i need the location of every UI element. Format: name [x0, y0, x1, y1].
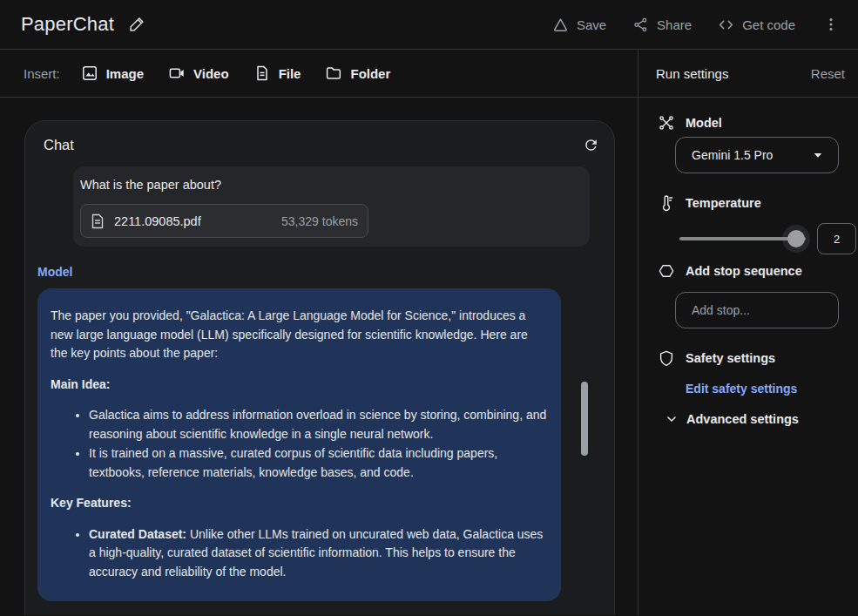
- safety-setting-row: Safety settings: [658, 348, 839, 369]
- run-settings-header: Run settings Reset: [638, 50, 858, 98]
- stop-sequence-setting-label: Add stop sequence: [686, 264, 802, 278]
- model-setting-row: Model: [658, 112, 839, 133]
- response-heading-key-features: Key Features:: [51, 494, 547, 513]
- temperature-slider-thumb[interactable]: [787, 230, 805, 247]
- insert-image-button[interactable]: Image: [81, 64, 144, 82]
- file-icon: [253, 64, 271, 82]
- run-settings-panel: Run settings Reset Model Gemini 1.5 Pro: [638, 50, 858, 615]
- document-icon: [91, 213, 105, 229]
- thermometer-icon: [658, 194, 675, 212]
- stop-sequence-input[interactable]: [675, 292, 839, 328]
- model-response: The paper you provided, "Galactica: A La…: [37, 288, 561, 601]
- chevron-down-icon: [664, 411, 679, 427]
- temperature-setting-row: Temperature: [658, 193, 839, 213]
- insert-file-button[interactable]: File: [253, 64, 301, 82]
- insert-video-button[interactable]: Video: [168, 64, 229, 82]
- attachment-chip[interactable]: 2211.09085.pdf 53,329 tokens: [80, 204, 368, 238]
- temperature-slider-row: 2: [679, 223, 856, 254]
- top-header: PaperChat Save Share: [0, 0, 858, 50]
- run-settings-content: Model Gemini 1.5 Pro Temperature: [638, 98, 858, 430]
- insert-folder-button[interactable]: Folder: [325, 64, 390, 82]
- model-turn-label: Model: [37, 265, 614, 279]
- model-select-value: Gemini 1.5 Pro: [692, 148, 773, 162]
- response-bullet-list: Galactica aims to address information ov…: [51, 406, 547, 482]
- refresh-icon[interactable]: [581, 135, 601, 155]
- model-icon: [658, 114, 675, 132]
- response-heading-main-idea: Main Idea:: [51, 376, 547, 395]
- response-bullet-list: Curated Dataset: Unlike other LLMs train…: [51, 525, 547, 582]
- main-column: Insert: Image Video: [0, 50, 638, 615]
- stop-sequence-setting-row: Add stop sequence: [658, 261, 839, 281]
- safety-setting-label: Safety settings: [686, 351, 775, 365]
- folder-icon: [325, 64, 342, 82]
- model-select[interactable]: Gemini 1.5 Pro: [675, 137, 839, 173]
- kebab-menu-icon[interactable]: [818, 13, 844, 36]
- advanced-settings-toggle[interactable]: Advanced settings: [664, 409, 839, 430]
- stop-hexagon-icon: [658, 262, 675, 280]
- header-actions: Save Share Get code: [552, 13, 844, 36]
- advanced-settings-label: Advanced settings: [686, 412, 799, 426]
- share-button[interactable]: Share: [632, 17, 692, 33]
- model-setting-label: Model: [686, 116, 722, 130]
- temperature-setting-label: Temperature: [686, 196, 761, 210]
- insert-toolbar: Insert: Image Video: [0, 50, 638, 98]
- temperature-value-input[interactable]: 2: [817, 223, 856, 254]
- chat-area: Chat What is the paper about?: [0, 98, 638, 615]
- edit-pencil-icon[interactable]: [128, 16, 145, 33]
- save-button[interactable]: Save: [552, 17, 606, 33]
- insert-label: Insert:: [24, 66, 60, 81]
- save-icon: [552, 17, 569, 33]
- dropdown-caret-icon: [810, 147, 826, 163]
- attachment-token-count: 53,329 tokens: [281, 214, 358, 228]
- video-icon: [168, 64, 186, 82]
- chat-card-header: Chat: [25, 121, 614, 155]
- chat-card: Chat What is the paper about?: [24, 120, 615, 615]
- chat-title: Chat: [44, 137, 74, 153]
- run-settings-title: Run settings: [656, 66, 728, 81]
- get-code-button[interactable]: Get code: [718, 17, 795, 33]
- share-icon: [632, 17, 649, 33]
- edit-safety-settings-link[interactable]: Edit safety settings: [686, 382, 797, 396]
- code-icon: [718, 17, 734, 33]
- attachment-filename: 2211.09085.pdf: [114, 214, 201, 228]
- user-question-text: What is the paper about?: [80, 176, 579, 194]
- response-intro: The paper you provided, "Galactica: A La…: [51, 307, 547, 363]
- response-bullet: Curated Dataset: Unlike other LLMs train…: [89, 525, 547, 582]
- image-icon: [81, 64, 98, 82]
- temperature-slider[interactable]: [679, 237, 806, 240]
- app-title: PaperChat: [21, 13, 114, 36]
- response-bullet: Galactica aims to address information ov…: [89, 406, 547, 443]
- shield-icon: [658, 349, 675, 367]
- user-message[interactable]: What is the paper about? 2211.09085.pdf …: [73, 166, 590, 247]
- response-bullet: It is trained on a massive, curated corp…: [89, 444, 547, 482]
- body: Insert: Image Video: [0, 50, 858, 615]
- chat-scrollbar[interactable]: [581, 382, 588, 456]
- reset-button[interactable]: Reset: [811, 66, 845, 81]
